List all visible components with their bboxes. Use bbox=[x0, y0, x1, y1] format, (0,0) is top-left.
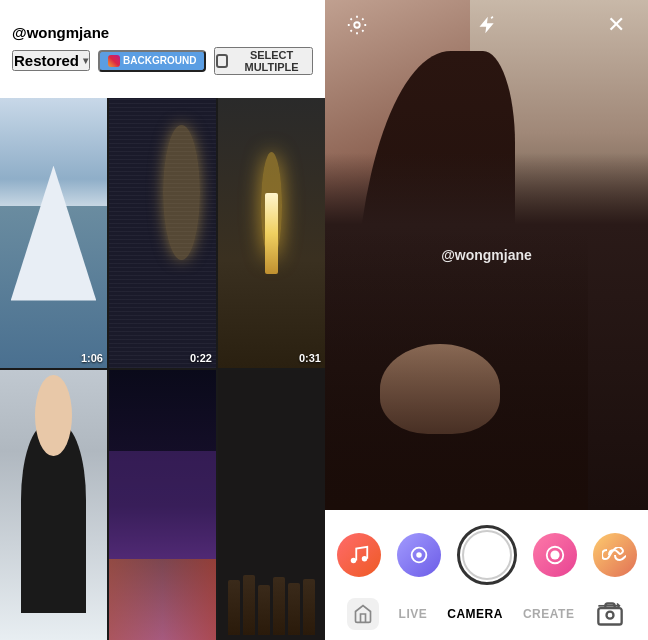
checkbox-icon bbox=[216, 54, 228, 68]
bottle-item bbox=[273, 577, 285, 635]
camera-top-controls: ✕ bbox=[325, 0, 648, 50]
boomerang-filter-button[interactable] bbox=[397, 533, 441, 577]
grid-cell-bottles[interactable] bbox=[218, 370, 325, 640]
svg-point-5 bbox=[416, 552, 422, 558]
restored-dropdown[interactable]: Restored ▾ bbox=[12, 50, 90, 71]
camera-bottom: LIVE CAMERA CREATE bbox=[325, 510, 648, 640]
camera-mode-label[interactable]: CAMERA bbox=[447, 607, 503, 621]
grid-cell-phone[interactable]: 0:22 bbox=[109, 98, 216, 368]
superzoom-filter-button[interactable] bbox=[533, 533, 577, 577]
svg-point-3 bbox=[361, 555, 367, 561]
bottle-item bbox=[228, 580, 240, 635]
flash-icon[interactable] bbox=[471, 9, 503, 41]
left-panel: @wongmjane Restored ▾ BACKGROUND SELECT … bbox=[0, 0, 325, 640]
restored-row: Restored ▾ BACKGROUND SELECT MULTIPLE bbox=[12, 47, 313, 75]
duration-label: 1:06 bbox=[81, 352, 103, 364]
capture-inner bbox=[462, 530, 512, 580]
close-icon[interactable]: ✕ bbox=[600, 9, 632, 41]
bottle-item bbox=[258, 585, 270, 635]
grid-cell-snow[interactable]: 1:06 bbox=[0, 98, 107, 368]
live-mode-icon[interactable] bbox=[347, 598, 379, 630]
grid-cell-city[interactable] bbox=[109, 370, 216, 640]
select-multiple-button[interactable]: SELECT MULTIPLE bbox=[214, 47, 313, 75]
right-panel: @wongmjane ✕ bbox=[325, 0, 648, 640]
duration-label: 0:31 bbox=[299, 352, 321, 364]
mode-row: LIVE CAMERA CREATE bbox=[325, 598, 648, 630]
svg-point-0 bbox=[354, 22, 360, 28]
grid-cell-candle[interactable]: 0:31 bbox=[218, 98, 325, 368]
bottle-item bbox=[303, 579, 315, 635]
infinity-filter-button[interactable] bbox=[593, 533, 637, 577]
svg-point-6 bbox=[550, 550, 559, 559]
grid-cell-woman[interactable] bbox=[0, 370, 107, 640]
username-row: @wongmjane bbox=[12, 24, 109, 41]
filter-row bbox=[337, 525, 637, 585]
photo-grid: 1:06 0:22 0:31 bbox=[0, 98, 325, 640]
bottle-item bbox=[288, 583, 300, 635]
svg-line-1 bbox=[491, 17, 493, 19]
left-header: @wongmjane Restored ▾ BACKGROUND SELECT … bbox=[0, 0, 325, 98]
duration-label: 0:22 bbox=[190, 352, 212, 364]
capture-button[interactable] bbox=[457, 525, 517, 585]
camera-preview: @wongmjane ✕ bbox=[325, 0, 648, 510]
live-mode-label[interactable]: LIVE bbox=[399, 607, 428, 621]
background-badge-button[interactable]: BACKGROUND bbox=[98, 50, 206, 72]
svg-point-2 bbox=[350, 557, 356, 563]
foreground-body bbox=[325, 230, 588, 511]
flip-camera-icon[interactable] bbox=[594, 598, 626, 630]
music-filter-button[interactable] bbox=[337, 533, 381, 577]
settings-icon[interactable] bbox=[341, 9, 373, 41]
chevron-down-icon: ▾ bbox=[83, 55, 88, 66]
create-mode-label[interactable]: CREATE bbox=[523, 607, 574, 621]
instagram-icon bbox=[108, 55, 120, 67]
username: @wongmjane bbox=[12, 24, 109, 41]
svg-point-8 bbox=[607, 611, 614, 618]
bottle-item bbox=[243, 575, 255, 635]
camera-username-overlay: @wongmjane bbox=[441, 247, 532, 263]
